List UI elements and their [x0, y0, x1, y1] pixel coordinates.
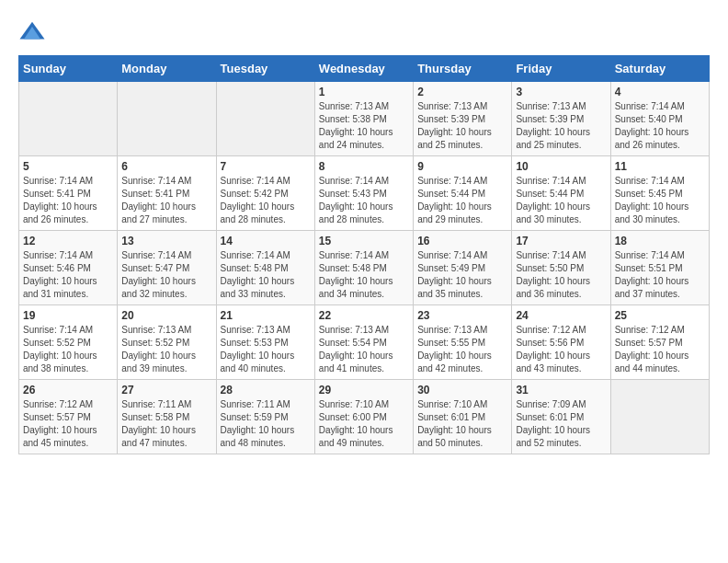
calendar-cell: 11Sunrise: 7:14 AM Sunset: 5:45 PM Dayli… — [610, 156, 709, 231]
calendar-cell: 24Sunrise: 7:12 AM Sunset: 5:56 PM Dayli… — [512, 305, 610, 380]
calendar-cell: 17Sunrise: 7:14 AM Sunset: 5:50 PM Dayli… — [512, 231, 610, 305]
logo — [18, 18, 51, 46]
day-info: Sunrise: 7:14 AM Sunset: 5:45 PM Dayligh… — [615, 175, 705, 226]
day-number: 27 — [121, 384, 211, 396]
calendar-cell: 16Sunrise: 7:14 AM Sunset: 5:49 PM Dayli… — [414, 231, 512, 305]
day-number: 16 — [417, 235, 507, 247]
calendar-cell: 6Sunrise: 7:14 AM Sunset: 5:41 PM Daylig… — [118, 156, 216, 231]
day-header-friday: Friday — [512, 56, 610, 82]
calendar-cell: 13Sunrise: 7:14 AM Sunset: 5:47 PM Dayli… — [118, 231, 216, 305]
calendar-week-row: 5Sunrise: 7:14 AM Sunset: 5:41 PM Daylig… — [19, 156, 710, 231]
day-info: Sunrise: 7:14 AM Sunset: 5:47 PM Dayligh… — [121, 249, 211, 301]
day-number: 8 — [319, 160, 409, 173]
day-info: Sunrise: 7:14 AM Sunset: 5:40 PM Dayligh… — [615, 100, 705, 152]
day-info: Sunrise: 7:10 AM Sunset: 6:01 PM Dayligh… — [417, 398, 507, 450]
calendar-cell: 28Sunrise: 7:11 AM Sunset: 5:59 PM Dayli… — [216, 380, 314, 454]
day-number: 22 — [319, 309, 409, 322]
calendar-cell: 9Sunrise: 7:14 AM Sunset: 5:44 PM Daylig… — [414, 156, 512, 231]
calendar-cell: 2Sunrise: 7:13 AM Sunset: 5:39 PM Daylig… — [414, 82, 512, 156]
day-info: Sunrise: 7:12 AM Sunset: 5:57 PM Dayligh… — [615, 324, 705, 375]
day-info: Sunrise: 7:14 AM Sunset: 5:48 PM Dayligh… — [221, 249, 311, 301]
day-info: Sunrise: 7:14 AM Sunset: 5:41 PM Dayligh… — [121, 175, 211, 226]
day-info: Sunrise: 7:14 AM Sunset: 5:42 PM Dayligh… — [221, 175, 311, 226]
day-number: 14 — [221, 235, 311, 247]
day-number: 29 — [319, 384, 409, 396]
day-info: Sunrise: 7:13 AM Sunset: 5:38 PM Dayligh… — [319, 100, 409, 152]
day-number: 17 — [516, 235, 606, 247]
calendar-cell — [216, 82, 314, 156]
calendar-cell: 25Sunrise: 7:12 AM Sunset: 5:57 PM Dayli… — [610, 305, 709, 380]
day-info: Sunrise: 7:14 AM Sunset: 5:46 PM Dayligh… — [23, 249, 113, 301]
calendar-week-row: 1Sunrise: 7:13 AM Sunset: 5:38 PM Daylig… — [19, 82, 710, 156]
day-info: Sunrise: 7:14 AM Sunset: 5:41 PM Dayligh… — [23, 175, 113, 226]
day-number: 2 — [417, 86, 507, 98]
day-header-saturday: Saturday — [610, 56, 709, 82]
day-number: 19 — [23, 309, 113, 322]
calendar-cell: 14Sunrise: 7:14 AM Sunset: 5:48 PM Dayli… — [216, 231, 314, 305]
day-info: Sunrise: 7:13 AM Sunset: 5:55 PM Dayligh… — [417, 324, 507, 375]
calendar-body: 1Sunrise: 7:13 AM Sunset: 5:38 PM Daylig… — [19, 82, 710, 454]
day-info: Sunrise: 7:13 AM Sunset: 5:39 PM Dayligh… — [417, 100, 507, 152]
day-number: 12 — [23, 235, 113, 247]
day-number: 7 — [221, 160, 311, 173]
day-number: 11 — [615, 160, 705, 173]
calendar-cell: 21Sunrise: 7:13 AM Sunset: 5:53 PM Dayli… — [216, 305, 314, 380]
calendar-cell — [118, 82, 216, 156]
day-info: Sunrise: 7:14 AM Sunset: 5:50 PM Dayligh… — [516, 249, 606, 301]
day-info: Sunrise: 7:13 AM Sunset: 5:54 PM Dayligh… — [319, 324, 409, 375]
day-info: Sunrise: 7:13 AM Sunset: 5:53 PM Dayligh… — [221, 324, 311, 375]
day-number: 10 — [516, 160, 606, 173]
day-number: 26 — [23, 384, 113, 396]
calendar-header-row: SundayMondayTuesdayWednesdayThursdayFrid… — [19, 56, 710, 82]
day-number: 6 — [121, 160, 211, 173]
calendar-week-row: 26Sunrise: 7:12 AM Sunset: 5:57 PM Dayli… — [19, 380, 710, 454]
calendar-cell: 29Sunrise: 7:10 AM Sunset: 6:00 PM Dayli… — [314, 380, 413, 454]
day-info: Sunrise: 7:14 AM Sunset: 5:48 PM Dayligh… — [319, 249, 409, 301]
page-header — [18, 18, 710, 46]
calendar-cell: 7Sunrise: 7:14 AM Sunset: 5:42 PM Daylig… — [216, 156, 314, 231]
calendar-cell: 15Sunrise: 7:14 AM Sunset: 5:48 PM Dayli… — [314, 231, 413, 305]
day-info: Sunrise: 7:14 AM Sunset: 5:52 PM Dayligh… — [23, 324, 113, 375]
calendar-cell: 20Sunrise: 7:13 AM Sunset: 5:52 PM Dayli… — [118, 305, 216, 380]
calendar-cell: 23Sunrise: 7:13 AM Sunset: 5:55 PM Dayli… — [414, 305, 512, 380]
calendar-cell: 1Sunrise: 7:13 AM Sunset: 5:38 PM Daylig… — [314, 82, 413, 156]
calendar-cell: 8Sunrise: 7:14 AM Sunset: 5:43 PM Daylig… — [314, 156, 413, 231]
day-info: Sunrise: 7:12 AM Sunset: 5:56 PM Dayligh… — [516, 324, 606, 375]
day-info: Sunrise: 7:11 AM Sunset: 5:59 PM Dayligh… — [221, 398, 311, 450]
calendar-week-row: 19Sunrise: 7:14 AM Sunset: 5:52 PM Dayli… — [19, 305, 710, 380]
day-header-thursday: Thursday — [414, 56, 512, 82]
calendar-cell: 10Sunrise: 7:14 AM Sunset: 5:44 PM Dayli… — [512, 156, 610, 231]
calendar-cell: 18Sunrise: 7:14 AM Sunset: 5:51 PM Dayli… — [610, 231, 709, 305]
calendar-cell: 22Sunrise: 7:13 AM Sunset: 5:54 PM Dayli… — [314, 305, 413, 380]
day-number: 24 — [516, 309, 606, 322]
calendar-cell: 3Sunrise: 7:13 AM Sunset: 5:39 PM Daylig… — [512, 82, 610, 156]
day-header-sunday: Sunday — [19, 56, 118, 82]
calendar-cell — [19, 82, 118, 156]
day-info: Sunrise: 7:14 AM Sunset: 5:44 PM Dayligh… — [417, 175, 507, 226]
logo-icon — [18, 18, 46, 46]
calendar-week-row: 12Sunrise: 7:14 AM Sunset: 5:46 PM Dayli… — [19, 231, 710, 305]
calendar-cell — [610, 380, 709, 454]
day-number: 13 — [121, 235, 211, 247]
day-number: 15 — [319, 235, 409, 247]
day-number: 28 — [221, 384, 311, 396]
day-number: 1 — [319, 86, 409, 98]
calendar-cell: 12Sunrise: 7:14 AM Sunset: 5:46 PM Dayli… — [19, 231, 118, 305]
calendar-cell: 4Sunrise: 7:14 AM Sunset: 5:40 PM Daylig… — [610, 82, 709, 156]
day-number: 23 — [417, 309, 507, 322]
calendar-cell: 31Sunrise: 7:09 AM Sunset: 6:01 PM Dayli… — [512, 380, 610, 454]
calendar-cell: 30Sunrise: 7:10 AM Sunset: 6:01 PM Dayli… — [414, 380, 512, 454]
day-number: 30 — [417, 384, 507, 396]
day-info: Sunrise: 7:14 AM Sunset: 5:44 PM Dayligh… — [516, 175, 606, 226]
day-number: 25 — [615, 309, 705, 322]
day-info: Sunrise: 7:14 AM Sunset: 5:43 PM Dayligh… — [319, 175, 409, 226]
day-info: Sunrise: 7:10 AM Sunset: 6:00 PM Dayligh… — [319, 398, 409, 450]
day-info: Sunrise: 7:14 AM Sunset: 5:49 PM Dayligh… — [417, 249, 507, 301]
day-number: 18 — [615, 235, 705, 247]
day-info: Sunrise: 7:12 AM Sunset: 5:57 PM Dayligh… — [23, 398, 113, 450]
day-number: 31 — [516, 384, 606, 396]
calendar-cell: 19Sunrise: 7:14 AM Sunset: 5:52 PM Dayli… — [19, 305, 118, 380]
day-number: 4 — [615, 86, 705, 98]
day-info: Sunrise: 7:11 AM Sunset: 5:58 PM Dayligh… — [121, 398, 211, 450]
calendar-cell: 27Sunrise: 7:11 AM Sunset: 5:58 PM Dayli… — [118, 380, 216, 454]
